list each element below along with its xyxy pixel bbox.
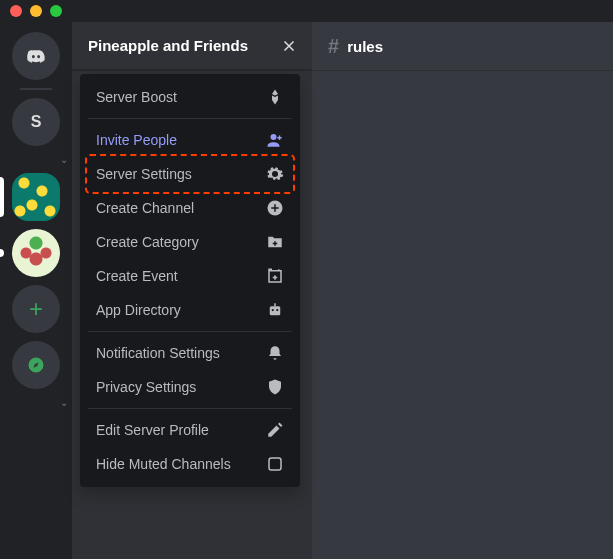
menu-hide-muted-channels[interactable]: Hide Muted Channels bbox=[88, 447, 292, 481]
menu-label: Create Category bbox=[96, 234, 199, 250]
hash-icon: # bbox=[328, 35, 339, 58]
menu-label: Server Settings bbox=[96, 166, 192, 182]
menu-privacy-settings[interactable]: Privacy Settings bbox=[88, 370, 292, 404]
svg-point-4 bbox=[276, 309, 278, 311]
chat-header: # rules bbox=[312, 22, 613, 70]
traffic-close[interactable] bbox=[10, 5, 22, 17]
menu-edit-server-profile[interactable]: Edit Server Profile bbox=[88, 413, 292, 447]
home-button[interactable] bbox=[12, 32, 60, 80]
close-icon[interactable] bbox=[280, 37, 298, 55]
chevron-down-icon: ⌄ bbox=[60, 154, 68, 165]
menu-label: Server Boost bbox=[96, 89, 177, 105]
person-plus-icon bbox=[266, 131, 284, 149]
svg-point-3 bbox=[272, 309, 274, 311]
boost-icon bbox=[266, 88, 284, 106]
guild-item-pineapple[interactable] bbox=[12, 173, 60, 221]
menu-separator bbox=[88, 408, 292, 409]
explore-servers-button[interactable] bbox=[12, 341, 60, 389]
svg-rect-2 bbox=[270, 306, 281, 315]
traffic-zoom[interactable] bbox=[50, 5, 62, 17]
menu-label: Create Channel bbox=[96, 200, 194, 216]
server-name: Pineapple and Friends bbox=[88, 37, 248, 54]
add-server-button[interactable]: + bbox=[12, 285, 60, 333]
calendar-plus-icon bbox=[266, 267, 284, 285]
menu-invite-people[interactable]: Invite People bbox=[88, 123, 292, 157]
svg-rect-5 bbox=[269, 458, 281, 470]
menu-label: Notification Settings bbox=[96, 345, 220, 361]
menu-create-category[interactable]: Create Category bbox=[88, 225, 292, 259]
svg-point-0 bbox=[271, 134, 277, 140]
menu-label: Hide Muted Channels bbox=[96, 456, 231, 472]
gear-icon bbox=[266, 165, 284, 183]
menu-separator bbox=[88, 118, 292, 119]
menu-notification-settings[interactable]: Notification Settings bbox=[88, 336, 292, 370]
menu-create-event[interactable]: Create Event bbox=[88, 259, 292, 293]
menu-label: Invite People bbox=[96, 132, 177, 148]
channel-name: rules bbox=[347, 38, 383, 55]
discord-logo-icon bbox=[27, 47, 45, 65]
menu-create-channel[interactable]: Create Channel bbox=[88, 191, 292, 225]
plus-icon: + bbox=[29, 295, 43, 323]
compass-icon bbox=[27, 356, 45, 374]
guild-item-fruit[interactable] bbox=[12, 229, 60, 277]
server-dropdown-menu: Server Boost Invite People Server Settin… bbox=[80, 74, 300, 487]
menu-label: Privacy Settings bbox=[96, 379, 196, 395]
menu-separator bbox=[88, 331, 292, 332]
guild-sidebar: S ⌄ + ⌄ bbox=[0, 22, 72, 559]
checkbox-empty-icon bbox=[266, 455, 284, 473]
menu-server-settings[interactable]: Server Settings bbox=[88, 157, 292, 191]
window-titlebar bbox=[0, 0, 613, 22]
chevron-down-icon: ⌄ bbox=[60, 397, 68, 408]
shield-icon bbox=[266, 378, 284, 396]
traffic-minimize[interactable] bbox=[30, 5, 42, 17]
menu-server-boost[interactable]: Server Boost bbox=[88, 80, 292, 114]
server-header[interactable]: Pineapple and Friends bbox=[72, 22, 312, 70]
chat-area: # rules bbox=[312, 22, 613, 559]
pencil-icon bbox=[266, 421, 284, 439]
guild-item-letter[interactable]: S bbox=[12, 98, 60, 146]
channel-sidebar: Pineapple and Friends Server Boost Invit… bbox=[72, 22, 312, 559]
bell-icon bbox=[266, 344, 284, 362]
guild-letter: S bbox=[31, 113, 42, 131]
menu-app-directory[interactable]: App Directory bbox=[88, 293, 292, 327]
guild-separator bbox=[20, 88, 52, 90]
robot-icon bbox=[266, 301, 284, 319]
folder-plus-icon bbox=[266, 233, 284, 251]
menu-label: Create Event bbox=[96, 268, 178, 284]
circle-plus-icon bbox=[266, 199, 284, 217]
menu-label: App Directory bbox=[96, 302, 181, 318]
menu-label: Edit Server Profile bbox=[96, 422, 209, 438]
